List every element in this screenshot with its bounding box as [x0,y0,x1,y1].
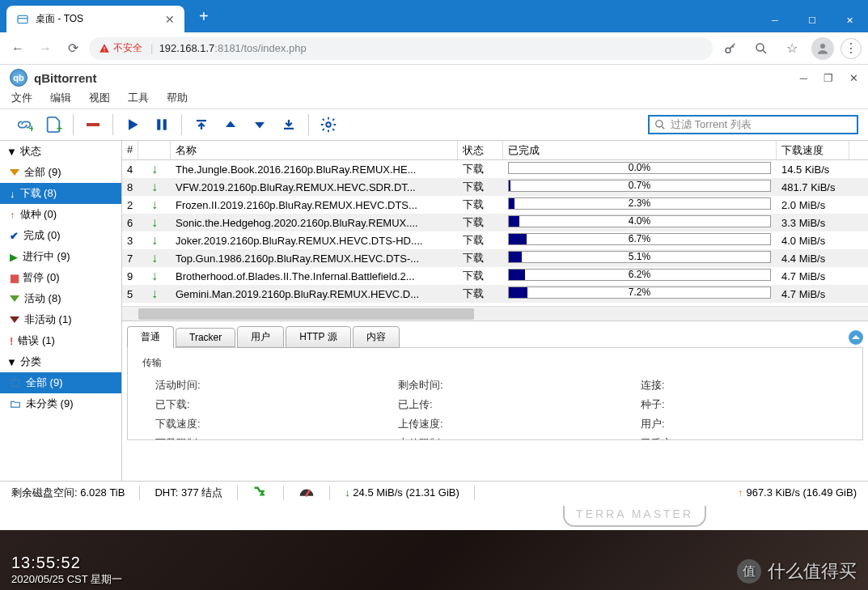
col-status[interactable]: 状态 [458,141,503,159]
torrent-row[interactable]: 7 ↓ Top.Gun.1986.2160p.BluRay.REMUX.HEVC… [122,249,868,267]
torrent-name: Sonic.the.Hedgehog.2020.2160p.BluRay.REM… [171,217,458,229]
menu-view[interactable]: 视图 [89,91,110,108]
settings-button[interactable] [314,112,343,137]
resume-button[interactable] [118,112,147,137]
col-speed[interactable]: 下载速度 [777,141,849,159]
torrent-row[interactable]: 8 ↓ VFW.2019.2160p.BluRay.REMUX.HEVC.SDR… [122,178,868,196]
svg-point-14 [326,122,331,127]
tab-content[interactable]: 内容 [353,326,400,348]
window-minimize-button[interactable]: ─ [756,8,794,32]
torrent-row[interactable]: 6 ↓ Sonic.the.Hedgehog.2020.2160p.BluRay… [122,214,868,231]
upload-rate: ↑ 967.3 KiB/s (16.49 GiB) [738,486,857,499]
speed-limit-icon[interactable] [299,485,315,500]
tab-general[interactable]: 普通 [127,326,174,348]
download-icon: ↓ [138,215,171,230]
add-torrent-button[interactable]: + [39,112,68,137]
tab-close-icon[interactable]: ✕ [165,13,175,26]
torrent-row[interactable]: 5 ↓ Gemini.Man.2019.2160p.BluRay.REMUX.H… [122,285,868,303]
svg-rect-11 [163,119,167,129]
tab-http-sources[interactable]: HTTP 源 [286,326,350,348]
torrent-name: Gemini.Man.2019.2160p.BluRay.REMUX.HEVC.… [171,288,458,300]
clock: 13:55:52 2020/05/25 CST 星期一 [0,549,133,590]
torrent-row[interactable]: 3 ↓ Joker.2019.2160p.BluRay.REMUX.HEVC.D… [122,231,868,249]
svg-point-16 [306,494,308,496]
torrent-name: Brotherhood.of.Blades.II.The.Infernal.Ba… [171,270,458,282]
table-header: # 名称 状态 已完成 下载速度 [122,141,868,160]
sidebar-status-item[interactable]: ↓下载 (8) [0,183,121,204]
svg-rect-13 [284,128,294,129]
detail-panel: 普通 Tracker 用户 HTTP 源 内容 传输 活动时间: 剩余时间: 连… [122,320,868,445]
menu-edit[interactable]: 编辑 [50,91,71,108]
menu-file[interactable]: 文件 [11,91,32,108]
sidebar-status-item[interactable]: !错误 (1) [0,330,121,351]
field-uploaded: 已上传: [382,397,608,412]
tab-title: 桌面 - TOS [36,12,83,26]
sidebar-status-item[interactable]: ↑做种 (0) [0,204,121,225]
torrent-row[interactable]: 2 ↓ Frozen.II.2019.2160p.BluRay.REMUX.HE… [122,196,868,214]
sidebar-category-item[interactable]: 未分类 (9) [0,393,121,414]
nav-back-button[interactable]: ← [6,37,29,60]
col-done[interactable]: 已完成 [503,141,777,159]
insecure-badge: 不安全 [99,41,142,55]
torrent-status: 下载 [458,251,503,265]
svg-rect-10 [157,119,160,129]
transfer-group-label: 传输 [139,357,165,368]
browser-menu-button[interactable]: ⋮ [840,38,862,59]
field-seeds: 种子: [625,397,851,412]
sidebar-status-item[interactable]: ✔完成 (0) [0,225,121,246]
move-up-button[interactable] [216,112,245,137]
torrent-row[interactable]: 9 ↓ Brotherhood.of.Blades.II.The.Inferna… [122,267,868,285]
nav-forward-button[interactable]: → [34,37,57,60]
address-bar[interactable]: 不安全 | 192.168.1.7:8181/tos/index.php [89,37,713,60]
tab-peers[interactable]: 用户 [237,326,284,348]
app-minimize-button[interactable]: ─ [800,72,807,84]
sidebar-status-item[interactable]: 全部 (9) [0,162,121,183]
window-maximize-button[interactable]: ☐ [794,8,831,32]
clock-time: 13:55:52 [11,554,122,572]
horizontal-scrollbar[interactable] [122,306,868,320]
category-header[interactable]: ▼ 分类 [0,351,121,372]
sidebar-status-item[interactable]: ▮▮暂停 (0) [0,267,121,288]
torrent-row[interactable]: 4 ↓ The.Jungle.Book.2016.2160p.BluRay.RE… [122,160,868,178]
torrent-progress: 2.3% [503,197,777,212]
download-icon: ↓ [138,287,171,301]
move-down-button[interactable] [245,112,274,137]
sidebar-status-item[interactable]: 活动 (8) [0,288,121,309]
browser-tab[interactable]: 桌面 - TOS ✕ [6,6,184,32]
new-tab-button[interactable]: + [194,4,214,29]
col-name[interactable]: 名称 [171,141,458,159]
add-link-button[interactable]: + [10,112,39,137]
field-wasted: 已丢弃: [625,436,851,440]
svg-point-6 [820,44,825,49]
star-icon[interactable]: ☆ [779,36,805,62]
desktop-taskbar: TERRA MASTER 13:55:52 2020/05/25 CST 星期一… [0,530,868,590]
sidebar-status-item[interactable]: 非活动 (1) [0,309,121,330]
nav-reload-button[interactable]: ⟳ [61,37,84,60]
svg-rect-3 [104,50,104,51]
pause-button[interactable] [147,112,176,137]
window-close-button[interactable]: ✕ [831,8,868,32]
delete-button[interactable] [78,112,108,137]
download-icon: ↓ [138,233,171,248]
menu-help[interactable]: 帮助 [167,91,188,108]
detail-collapse-button[interactable] [849,330,863,345]
browser-toolbar: ← → ⟳ 不安全 | 192.168.1.7:8181/tos/index.p… [0,32,868,65]
app-maximize-button[interactable]: ❐ [824,72,833,84]
col-num[interactable]: # [122,141,138,159]
qbittorrent-logo: qb [10,69,28,87]
menu-tools[interactable]: 工具 [128,91,149,108]
sidebar-status-item[interactable]: ▶进行中 (9) [0,246,121,267]
app-close-button[interactable]: ✕ [849,72,858,84]
move-bottom-button[interactable] [274,112,303,137]
connection-icon [252,486,269,499]
status-header[interactable]: ▼ 状态 [0,141,121,162]
profile-avatar[interactable] [810,36,836,62]
sidebar-category-item[interactable]: 全部 (9) [0,372,121,393]
zoom-icon[interactable] [748,36,774,62]
filter-input[interactable]: 过滤 Torrent 列表 [648,115,858,134]
key-icon[interactable] [718,36,743,62]
svg-point-5 [756,44,764,51]
move-top-button[interactable] [187,112,216,137]
tab-tracker[interactable]: Tracker [176,328,235,347]
field-connections: 连接: [625,378,851,393]
